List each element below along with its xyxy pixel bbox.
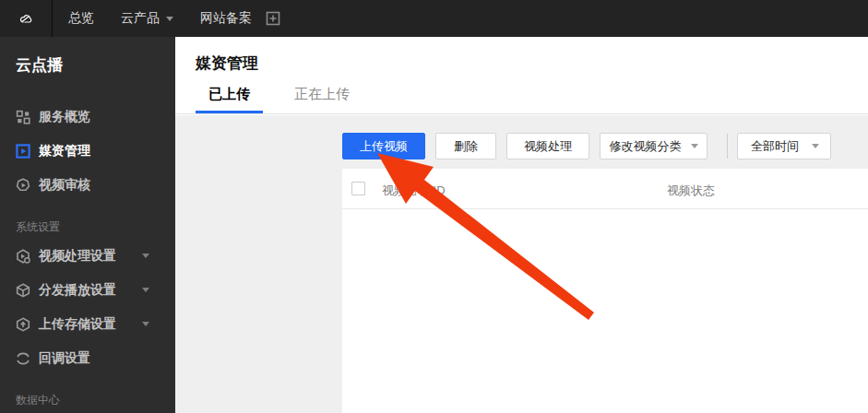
topbar-item-label: 网站备案 (200, 10, 252, 27)
upload-storage-icon (16, 317, 30, 332)
shield-play-icon (16, 178, 30, 193)
toolbar: 上传视频 删除 视频处理 修改视频分类 全部时间 (342, 133, 841, 159)
page-title: 媒资管理 (196, 53, 258, 74)
sidebar-item-upload-storage-settings[interactable]: 上传存储设置 (0, 307, 175, 341)
grid-icon (16, 110, 30, 124)
media-table-panel: 视频名称/ID 视频状态 (342, 169, 868, 413)
sidebar-item-video-review[interactable]: 视频审核 (0, 168, 175, 202)
sidebar-item-label: 视频审核 (39, 177, 90, 194)
chevron-down-icon (142, 254, 149, 258)
sidebar-menu: 服务概览 媒资管理 视频审核 系统设置 视频处理设置 (0, 100, 175, 412)
sidebar-item-label: 分发播放设置 (39, 282, 116, 299)
sidebar-item-label: 服务概览 (39, 109, 90, 125)
time-filter-value: 全部时间 (751, 138, 799, 155)
column-header-video-status: 视频状态 (667, 183, 715, 199)
table-header-row: 视频名称/ID 视频状态 (342, 169, 868, 209)
product-title: 云点播 (0, 37, 175, 76)
chevron-down-icon (691, 144, 698, 148)
column-header-video-name: 视频名称/ID (382, 183, 446, 199)
sidebar-item-label: 回调设置 (39, 350, 90, 367)
sidebar-item-service-overview[interactable]: 服务概览 (0, 100, 175, 134)
sidebar-item-distribution-play-settings[interactable]: 分发播放设置 (0, 273, 175, 307)
media-process-icon (16, 249, 30, 264)
topbar-menu: 总览 云产品 网站备案 (68, 10, 280, 27)
play-square-icon (16, 144, 30, 159)
tab-uploaded[interactable]: 已上传 (196, 86, 263, 113)
sidebar-item-label: 上传存储设置 (39, 316, 116, 333)
tab-uploading[interactable]: 正在上传 (281, 86, 363, 113)
cube-icon (16, 283, 30, 298)
upload-video-button[interactable]: 上传视频 (342, 133, 425, 159)
modify-category-dropdown-button[interactable]: 修改视频分类 (600, 133, 707, 159)
time-filter-select[interactable]: 全部时间 (737, 133, 831, 159)
sidebar: 云点播 服务概览 媒资管理 视频审核 系统设置 (0, 37, 175, 413)
topbar-item-overview[interactable]: 总览 (68, 10, 94, 27)
sidebar-section-system-settings: 系统设置 (0, 215, 175, 239)
modify-category-label: 修改视频分类 (610, 138, 682, 155)
select-all-checkbox[interactable] (351, 182, 365, 195)
sidebar-item-callback-settings[interactable]: 回调设置 (0, 341, 175, 375)
chevron-down-icon (142, 288, 149, 292)
video-process-button[interactable]: 视频处理 (506, 133, 589, 159)
topbar-item-label: 总览 (68, 10, 94, 27)
sidebar-item-video-process-settings[interactable]: 视频处理设置 (0, 239, 175, 273)
plus-square-icon (266, 11, 280, 26)
toolbar-divider (727, 134, 728, 159)
chevron-down-icon (812, 144, 819, 148)
sidebar-section-data-center: 数据中心 (0, 388, 175, 412)
main-header: 媒资管理 已上传 正在上传 (175, 37, 868, 114)
topbar-item-icp-filing[interactable]: 网站备案 (200, 10, 252, 27)
sidebar-item-label: 媒资管理 (39, 143, 90, 159)
topbar-item-cloud-products[interactable]: 云产品 (121, 10, 173, 27)
sidebar-item-label: 视频处理设置 (39, 248, 116, 265)
add-shortcut-button[interactable] (266, 11, 280, 26)
chevron-down-icon (142, 322, 149, 326)
topbar-item-label: 云产品 (121, 10, 160, 27)
chevron-down-icon (166, 17, 173, 21)
cloud-logo-icon (18, 11, 33, 26)
tab-bar: 已上传 正在上传 (196, 86, 381, 113)
tencent-cloud-logo[interactable] (0, 0, 53, 37)
callback-icon (16, 351, 30, 366)
topbar: 总览 云产品 网站备案 (0, 0, 868, 37)
sidebar-item-media-management[interactable]: 媒资管理 (0, 134, 175, 168)
delete-button[interactable]: 删除 (435, 133, 496, 159)
